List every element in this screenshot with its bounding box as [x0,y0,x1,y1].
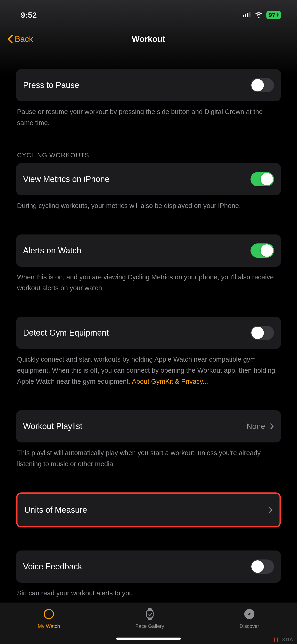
view-metrics-label: View Metrics on iPhone [23,174,110,184]
tab-my-watch[interactable]: My Watch [38,608,60,629]
group-press-to-pause: Press to Pause Pause or resume your work… [16,69,281,128]
compass-icon [243,608,256,620]
home-indicator[interactable] [116,638,181,640]
svg-rect-5 [48,609,50,610]
row-alerts-on-watch[interactable]: Alerts on Watch [16,234,281,267]
row-press-to-pause[interactable]: Press to Pause [16,69,281,101]
watermark: [] XDA [274,637,293,642]
svg-rect-8 [147,610,153,618]
status-bar: 9:52 97 [0,0,297,28]
svg-rect-0 [243,15,244,17]
svg-rect-9 [148,618,152,620]
svg-rect-6 [48,618,50,619]
workout-playlist-label: Workout Playlist [23,422,82,431]
press-to-pause-footer: Pause or resume your workout by pressing… [17,106,280,128]
group-workout-playlist: Workout Playlist None This playlist will… [16,410,281,470]
press-to-pause-toggle[interactable] [250,78,274,92]
voice-feedback-toggle[interactable] [250,560,274,574]
status-indicators: 97 [243,11,281,19]
tab-discover[interactable]: Discover [240,608,260,629]
detect-gym-footer: Quickly connect and start workouts by ho… [17,354,280,387]
svg-rect-1 [245,14,246,17]
svg-point-4 [44,610,54,619]
group-voice-feedback: Voice Feedback Siri can read your workou… [16,550,281,599]
cycling-header: CYCLING WORKOUTS [17,152,281,159]
tab-my-watch-label: My Watch [38,623,60,629]
workout-playlist-footer: This playlist will automatically play wh… [17,448,280,470]
nav-header: Back Workout [0,28,297,51]
group-alerts: Alerts on Watch When this is on, and you… [16,234,281,294]
voice-feedback-label: Voice Feedback [23,562,82,572]
press-to-pause-label: Press to Pause [23,80,79,90]
face-gallery-icon [144,608,156,620]
battery-percent: 97 [269,12,275,19]
tab-face-gallery-label: Face Gallery [136,623,164,629]
wifi-icon [254,11,263,19]
svg-rect-3 [249,12,250,17]
watch-icon [42,608,55,620]
detect-gym-toggle[interactable] [250,326,274,340]
charging-icon [276,12,279,18]
row-detect-gym[interactable]: Detect Gym Equipment [16,317,281,349]
group-cycling: CYCLING WORKOUTS View Metrics on iPhone … [16,152,281,212]
status-time: 9:52 [21,10,37,20]
alerts-label: Alerts on Watch [23,246,81,256]
units-label: Units of Measure [24,505,87,515]
page-title: Workout [132,34,165,44]
gymkit-link[interactable]: About GymKit & Privacy... [132,378,208,385]
chevron-left-icon [7,34,13,44]
svg-rect-2 [247,13,248,17]
row-units-of-measure[interactable]: Units of Measure [18,494,280,526]
battery-indicator: 97 [266,11,281,19]
view-metrics-footer: During cycling workouts, your metrics wi… [17,200,280,212]
cellular-icon [243,12,251,18]
alerts-footer: When this is on, and you are viewing Cyc… [17,272,280,294]
group-detect-gym: Detect Gym Equipment Quickly connect and… [16,317,281,387]
tab-discover-label: Discover [240,623,260,629]
voice-feedback-footer: Siri can read your workout alerts to you… [17,588,280,599]
row-view-metrics[interactable]: View Metrics on iPhone [16,163,281,195]
chevron-right-icon [268,506,272,514]
alerts-toggle[interactable] [250,244,274,258]
workout-playlist-value: None [246,422,265,431]
back-button[interactable]: Back [7,34,33,44]
chevron-right-icon [270,423,274,430]
row-voice-feedback[interactable]: Voice Feedback [16,550,281,583]
settings-content: Press to Pause Pause or resume your work… [0,69,297,599]
back-label: Back [15,34,33,44]
detect-gym-label: Detect Gym Equipment [23,328,109,338]
tab-face-gallery[interactable]: Face Gallery [136,608,164,629]
row-workout-playlist[interactable]: Workout Playlist None [16,410,281,442]
group-units-of-measure: Units of Measure [16,492,281,528]
view-metrics-toggle[interactable] [250,172,274,186]
